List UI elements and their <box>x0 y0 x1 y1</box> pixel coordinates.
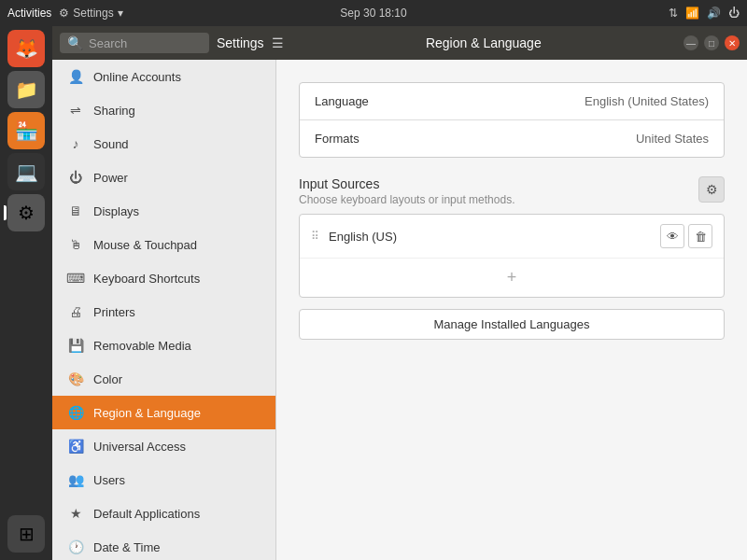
minimize-button[interactable]: — <box>684 35 698 50</box>
sidebar-item-label-online-accounts: Online Accounts <box>93 70 181 84</box>
sidebar-item-label-power: Power <box>93 171 128 185</box>
gear-icon: ⚙ <box>59 7 69 20</box>
sidebar-item-label-keyboard-shortcuts: Keyboard Shortcuts <box>93 272 200 286</box>
menu-button[interactable]: ☰ <box>272 35 284 50</box>
content-area: Language English (United States) Formats… <box>276 60 747 560</box>
topbar-right: ⇅ 📶 🔊 ⏻ <box>669 7 740 20</box>
topbar-left: Activities ⚙ Settings ▾ <box>7 7 123 20</box>
input-sources-gear-button[interactable]: ⚙ <box>698 176 725 203</box>
input-sources-title-group: Input Sources Choose keyboard layouts or… <box>299 176 514 206</box>
displays-icon: 🖥 <box>67 203 84 219</box>
sound-icon: ♪ <box>67 135 84 152</box>
sidebar-item-label-region-language: Region & Language <box>93 406 201 420</box>
window-controls: — □ ✕ <box>684 35 740 50</box>
region-language-icon: 🌐 <box>67 404 84 421</box>
add-icon: + <box>507 268 517 287</box>
settings-window: 🔍 Settings ☰ Region & Language — □ ✕ 👤On… <box>52 26 747 560</box>
sidebar-item-printers[interactable]: 🖨Printers <box>52 295 275 329</box>
sidebar-item-label-date-time: Date & Time <box>93 540 161 554</box>
sidebar-item-region-language[interactable]: 🌐Region & Language <box>52 396 275 429</box>
sidebar-item-label-sharing: Sharing <box>93 104 135 118</box>
mouse-touchpad-icon: 🖱 <box>67 236 84 253</box>
settings-app-indicator[interactable]: ⚙ Settings ▾ <box>59 7 122 20</box>
drag-handle-icon[interactable]: ⠿ <box>311 230 319 243</box>
sidebar-item-label-mouse-touchpad: Mouse & Touchpad <box>93 238 197 252</box>
datetime: Sep 30 18:10 <box>340 7 406 20</box>
add-input-source-row[interactable]: + <box>300 259 724 297</box>
language-formats-table: Language English (United States) Formats… <box>299 82 725 158</box>
sidebar-item-default-applications[interactable]: ★Default Applications <box>52 497 275 530</box>
universal-access-icon: ♿ <box>67 438 84 455</box>
close-button[interactable]: ✕ <box>725 35 740 50</box>
activities-button[interactable]: Activities <box>7 7 51 20</box>
sidebar-item-power[interactable]: ⏻Power <box>52 161 275 194</box>
formats-row: Formats United States <box>300 120 724 157</box>
sidebar-item-date-time[interactable]: 🕐Date & Time <box>52 530 275 560</box>
sidebar-item-label-universal-access: Universal Access <box>93 440 186 454</box>
view-input-source-button[interactable]: 👁 <box>660 224 684 248</box>
sidebar-item-label-default-applications: Default Applications <box>93 507 200 521</box>
sidebar-item-label-users: Users <box>93 473 125 487</box>
search-input[interactable] <box>89 36 202 50</box>
language-value: English (United States) <box>585 94 709 108</box>
removable-media-icon: 💾 <box>67 337 84 354</box>
search-box[interactable]: 🔍 <box>60 33 209 53</box>
dock: 🦊 📁 🏪 💻 ⚙ ⊞ <box>0 26 52 560</box>
delete-input-source-button[interactable]: 🗑 <box>688 224 712 248</box>
input-sources-box: ⠿ English (US) 👁 🗑 + <box>299 214 725 298</box>
bluetooth-icon: 📶 <box>685 7 699 20</box>
sidebar-item-label-displays: Displays <box>93 204 139 218</box>
input-source-buttons: 👁 🗑 <box>660 224 712 248</box>
search-icon: 🔍 <box>67 35 83 50</box>
network-icon: ⇅ <box>669 7 678 20</box>
power-icon: ⏻ <box>728 7 740 20</box>
sidebar-item-color[interactable]: 🎨Color <box>52 362 275 396</box>
sidebar-item-sharing[interactable]: ⇌Sharing <box>52 93 275 127</box>
sidebar-item-label-printers: Printers <box>93 305 135 319</box>
sidebar-item-users[interactable]: 👥Users <box>52 463 275 497</box>
sidebar-item-online-accounts[interactable]: 👤Online Accounts <box>52 60 275 93</box>
topbar: Activities ⚙ Settings ▾ Sep 30 18:10 ⇅ 📶… <box>0 0 747 26</box>
formats-label: Formats <box>315 132 359 146</box>
online-accounts-icon: 👤 <box>67 68 84 85</box>
input-source-item: ⠿ English (US) 👁 🗑 <box>300 215 724 259</box>
dock-terminal[interactable]: 💻 <box>7 153 45 190</box>
input-sources-header: Input Sources Choose keyboard layouts or… <box>299 176 725 206</box>
sidebar-item-label-removable-media: Removable Media <box>93 339 191 353</box>
power-icon: ⏻ <box>67 169 84 186</box>
sidebar: 👤Online Accounts⇌Sharing♪Sound⏻Power🖥Dis… <box>52 60 276 560</box>
sidebar-item-label-sound: Sound <box>93 137 129 151</box>
sharing-icon: ⇌ <box>67 102 84 119</box>
dock-software[interactable]: 🏪 <box>7 112 45 149</box>
color-icon: 🎨 <box>67 371 84 387</box>
maximize-button[interactable]: □ <box>704 35 719 50</box>
sidebar-item-keyboard-shortcuts[interactable]: ⌨Keyboard Shortcuts <box>52 261 275 295</box>
dock-files[interactable]: 📁 <box>7 71 45 108</box>
language-label: Language <box>315 94 369 108</box>
window-title: Region & Language <box>426 35 542 50</box>
sidebar-item-sound[interactable]: ♪Sound <box>52 127 275 161</box>
volume-icon: 🔊 <box>707 7 721 20</box>
sidebar-item-universal-access[interactable]: ♿Universal Access <box>52 429 275 463</box>
input-sources-title: Input Sources <box>299 176 514 191</box>
date-time-icon: 🕐 <box>67 539 84 555</box>
settings-label: Settings <box>217 35 264 50</box>
sidebar-item-mouse-touchpad[interactable]: 🖱Mouse & Touchpad <box>52 228 275 261</box>
formats-value: United States <box>636 132 709 146</box>
window-titlebar: 🔍 Settings ☰ Region & Language — □ ✕ <box>52 26 747 60</box>
printers-icon: 🖨 <box>67 303 84 320</box>
sidebar-item-label-color: Color <box>93 372 122 386</box>
sidebar-item-removable-media[interactable]: 💾Removable Media <box>52 329 275 362</box>
input-sources-subtitle: Choose keyboard layouts or input methods… <box>299 193 514 206</box>
dock-grid[interactable]: ⊞ <box>7 515 45 553</box>
input-source-label: English (US) <box>329 230 651 244</box>
dock-firefox[interactable]: 🦊 <box>7 30 45 67</box>
main-layout: 👤Online Accounts⇌Sharing♪Sound⏻Power🖥Dis… <box>52 60 747 560</box>
keyboard-shortcuts-icon: ⌨ <box>67 270 84 287</box>
titlebar-left: 🔍 Settings ☰ <box>60 33 284 53</box>
dock-settings[interactable]: ⚙ <box>7 194 45 231</box>
sidebar-item-displays[interactable]: 🖥Displays <box>52 194 275 228</box>
manage-languages-button[interactable]: Manage Installed Languages <box>299 309 725 340</box>
language-row: Language English (United States) <box>300 83 724 120</box>
users-icon: 👥 <box>67 471 84 488</box>
